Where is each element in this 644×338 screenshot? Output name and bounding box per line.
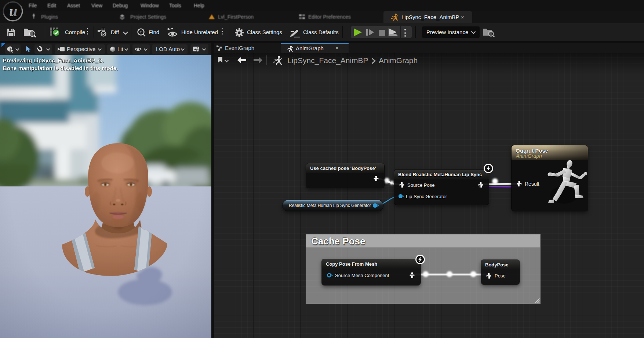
svg-text:u: u xyxy=(9,3,17,19)
